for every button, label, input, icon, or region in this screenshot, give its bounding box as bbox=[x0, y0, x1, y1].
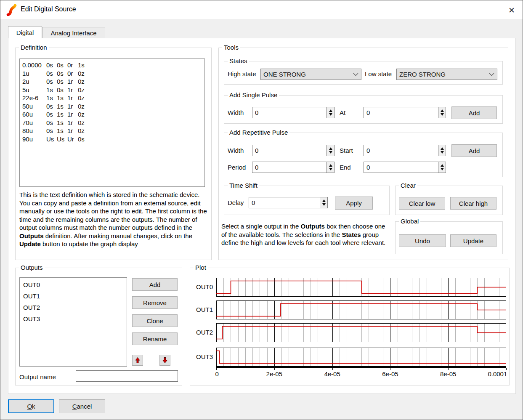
low-state-value: ZERO STRONG bbox=[399, 71, 446, 78]
add-repetitive-pulse-group: Add Repetitive Pulse Width Start Add Per… bbox=[224, 133, 503, 177]
global-group: Global Undo Update bbox=[395, 221, 503, 254]
clear-low-label: Clear low bbox=[409, 200, 435, 207]
definition-row: 2u0s0s1r0z bbox=[22, 77, 204, 86]
single-pulse-add-button[interactable]: Add bbox=[451, 106, 497, 119]
move-up-button[interactable] bbox=[132, 355, 143, 366]
high-state-value: ONE STRONG bbox=[263, 71, 306, 78]
single-pulse-add-label: Add bbox=[469, 109, 480, 117]
single-pulse-width-spinner[interactable] bbox=[327, 107, 335, 118]
move-down-icon bbox=[162, 357, 168, 364]
time-shift-group: Time Shift Delay Apply bbox=[224, 186, 390, 215]
single-pulse-at-spinner[interactable] bbox=[438, 107, 446, 118]
clear-high-button[interactable]: Clear high bbox=[450, 197, 496, 210]
output-add-button[interactable]: Add bbox=[132, 278, 178, 291]
repetitive-period-spinner[interactable] bbox=[327, 162, 335, 173]
repetitive-start-spinner[interactable] bbox=[438, 145, 446, 156]
x-axis-tick-label: 6e-05 bbox=[382, 370, 398, 377]
definition-row: 22e-61s1s1r0z bbox=[22, 94, 204, 102]
cancel-label: Cancel bbox=[72, 403, 92, 410]
output-list-item[interactable]: OUT1 bbox=[20, 290, 127, 302]
waveform-panel bbox=[216, 348, 506, 367]
spinner-up-icon bbox=[322, 199, 326, 202]
add-single-pulse-group-label: Add Single Pulse bbox=[228, 91, 279, 98]
output-clone-button[interactable]: Clone bbox=[132, 314, 178, 327]
waveform-label: OUT0 bbox=[192, 283, 213, 290]
definition-textarea[interactable]: 0.00000s0s0r1s1u0s0s0r0z2u0s0s1r0z5u1s0s… bbox=[19, 58, 205, 187]
definition-row: 1u0s0s0r0z bbox=[22, 69, 204, 78]
add-single-pulse-group: Add Single Pulse Width At Add bbox=[224, 95, 503, 124]
low-state-select[interactable]: ZERO STRONG bbox=[396, 69, 497, 80]
delay-input[interactable] bbox=[249, 197, 320, 208]
apply-label: Apply bbox=[346, 199, 362, 207]
global-group-label: Global bbox=[399, 218, 420, 225]
tab-digital-label: Digital bbox=[16, 29, 34, 36]
states-group-label: States bbox=[228, 57, 249, 64]
ok-label: Ok bbox=[27, 403, 35, 410]
update-button[interactable]: Update bbox=[450, 234, 496, 247]
output-list-item[interactable]: OUT0 bbox=[20, 279, 127, 290]
tab-digital[interactable]: Digital bbox=[8, 26, 42, 38]
spinner-up-icon bbox=[329, 164, 332, 167]
repetitive-width-spinner[interactable] bbox=[327, 145, 335, 156]
tools-group-label: Tools bbox=[222, 44, 240, 51]
repetitive-end-spinner[interactable] bbox=[438, 162, 446, 173]
output-remove-button[interactable]: Remove bbox=[132, 296, 178, 309]
repetitive-end-input[interactable] bbox=[364, 162, 438, 173]
tab-analog-interface-label: Analog Interface bbox=[50, 29, 96, 37]
output-name-input[interactable] bbox=[76, 370, 178, 382]
high-state-select[interactable]: ONE STRONG bbox=[260, 69, 361, 80]
repetitive-period-input[interactable] bbox=[252, 162, 327, 173]
spinner-down-icon bbox=[329, 151, 332, 154]
outputs-listbox[interactable]: OUT0OUT1OUT2OUT3 bbox=[19, 277, 127, 367]
delay-label: Delay bbox=[228, 199, 244, 206]
clear-group-label: Clear bbox=[399, 182, 417, 189]
move-up-icon bbox=[134, 357, 141, 364]
waveform-panel bbox=[216, 323, 506, 342]
states-group: States High state ONE STRONG Low state Z… bbox=[224, 61, 503, 85]
apply-button[interactable]: Apply bbox=[335, 197, 373, 210]
dialog-edit-digital-source: Edit Digital Source ✕ Digital Analog Int… bbox=[0, 0, 523, 420]
definition-row: 5u1s0s1r0z bbox=[22, 86, 204, 94]
x-axis-tick bbox=[274, 368, 275, 370]
undo-label: Undo bbox=[415, 237, 430, 245]
repetitive-start-label: Start bbox=[340, 147, 353, 154]
x-axis-tick bbox=[216, 368, 217, 370]
x-axis-tick-label: 0 bbox=[215, 370, 218, 377]
single-pulse-width-input[interactable] bbox=[252, 107, 327, 118]
output-clone-label: Clone bbox=[146, 317, 163, 324]
spinner-down-icon bbox=[441, 113, 444, 116]
spinner-up-icon bbox=[441, 147, 444, 150]
spinner-up-icon bbox=[329, 109, 332, 112]
waveform-panel bbox=[216, 278, 506, 297]
waveform-panel bbox=[216, 300, 506, 319]
tab-analog-interface[interactable]: Analog Interface bbox=[42, 27, 105, 38]
delay-spinner[interactable] bbox=[320, 197, 328, 208]
definition-row: 80u0s1s1r0z bbox=[22, 127, 204, 135]
spinner-down-icon bbox=[329, 168, 332, 170]
cancel-button[interactable]: Cancel bbox=[59, 399, 105, 413]
outputs-group-label: Outputs bbox=[19, 264, 45, 271]
move-down-button[interactable] bbox=[159, 355, 170, 366]
clear-high-label: Clear high bbox=[459, 200, 488, 207]
spinner-up-icon bbox=[441, 109, 444, 112]
ok-button[interactable]: Ok bbox=[8, 399, 54, 413]
repetitive-width-input[interactable] bbox=[252, 145, 327, 156]
definition-group-label: Definition bbox=[19, 44, 49, 51]
close-button[interactable]: ✕ bbox=[504, 4, 519, 16]
update-label: Update bbox=[463, 237, 483, 245]
repetitive-start-input[interactable] bbox=[364, 145, 438, 156]
x-axis-line bbox=[216, 367, 506, 368]
clear-low-button[interactable]: Clear low bbox=[399, 197, 445, 210]
output-list-item[interactable]: OUT2 bbox=[20, 302, 127, 313]
output-rename-button[interactable]: Rename bbox=[132, 332, 178, 345]
repetitive-pulse-add-button[interactable]: Add bbox=[451, 144, 497, 157]
output-list-item[interactable]: OUT3 bbox=[20, 313, 127, 324]
single-pulse-at-input[interactable] bbox=[364, 107, 438, 118]
output-remove-label: Remove bbox=[143, 299, 167, 306]
definition-row: 0.00000s0s0r1s bbox=[22, 61, 204, 69]
repetitive-period-label: Period bbox=[228, 164, 246, 171]
repetitive-pulse-add-label: Add bbox=[469, 147, 480, 154]
waveform-label: OUT3 bbox=[192, 353, 213, 360]
plot-group-label: Plot bbox=[194, 264, 208, 271]
undo-button[interactable]: Undo bbox=[399, 234, 446, 247]
